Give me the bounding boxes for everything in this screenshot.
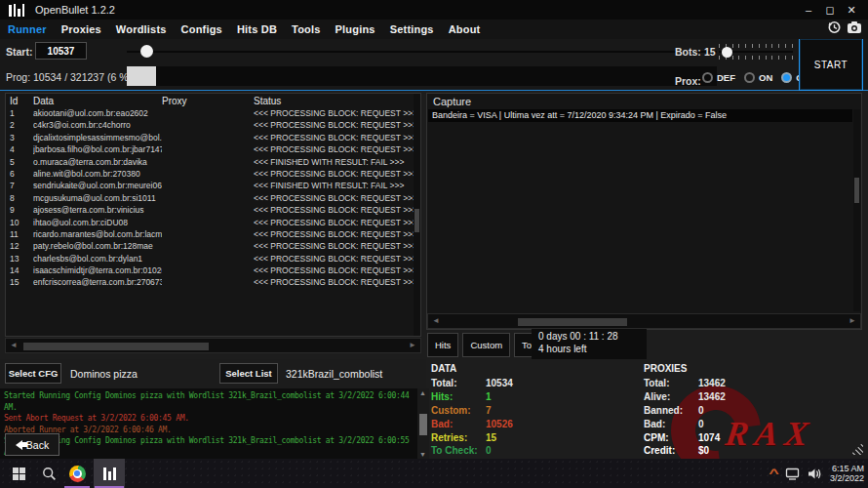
table-row[interactable]: 7sendriukaite@uol.com.br:meurei06<<< FIN… — [6, 180, 420, 191]
menu-item-plugins[interactable]: Plugins — [335, 23, 375, 35]
log-line: Started Running Config Dominos pizza wit… — [4, 390, 415, 413]
scrollbar-thumb[interactable] — [414, 209, 419, 232]
cell-id: 15 — [6, 276, 33, 288]
stat-label: CPM: — [644, 432, 692, 443]
bots-slider[interactable] — [719, 44, 793, 60]
capture-horizontal-scrollbar[interactable]: ◄ ► — [427, 313, 861, 329]
radio-circle — [702, 72, 713, 83]
table-row[interactable]: 3djcalixtosimplesassimmesmo@bol.c<<< PRO… — [6, 132, 420, 143]
scroll-up-icon[interactable]: ▲ — [419, 389, 426, 396]
scrollbar-thumb[interactable] — [419, 414, 427, 435]
table-row[interactable]: 13charlesbs@bol.com.br:dylan1<<< PROCESS… — [6, 253, 420, 264]
bots-slider-thumb[interactable] — [722, 47, 732, 58]
select-config-button[interactable]: Select CFG — [5, 363, 61, 384]
select-list-button[interactable]: Select List — [219, 363, 278, 384]
back-arrow-icon — [16, 440, 22, 450]
table-row[interactable]: 10ihtao@uol.com.br:ciDU08<<< PROCESSING … — [6, 217, 420, 228]
table-row[interactable]: 5o.muraca@terra.com.br:davika<<< FINISHE… — [6, 156, 420, 168]
table-row[interactable]: 8mcgusukuma@uol.com.br:si1011<<< PROCESS… — [6, 192, 420, 204]
stat-label: Bad: — [431, 419, 480, 429]
scroll-right-icon[interactable]: ► — [409, 341, 416, 349]
cell-data: aline.wit@bol.com.br:270380 — [33, 168, 162, 180]
cell-id: 13 — [6, 253, 33, 264]
scrollbar-thumb[interactable] — [518, 318, 627, 326]
menu-item-runner[interactable]: Runner — [8, 23, 47, 35]
system-tray: ^ 6:15 AM 3/2/2022 — [770, 459, 864, 488]
table-row[interactable]: 12paty.rebelo@bol.com.br:128mae<<< PROCE… — [6, 240, 420, 252]
menu-item-configs[interactable]: Configs — [181, 23, 222, 35]
speaker-icon[interactable] — [808, 468, 822, 480]
prox-radio-on[interactable]: ON — [744, 72, 772, 83]
menu-item-hits-db[interactable]: Hits DB — [237, 23, 277, 35]
start-button[interactable]: START — [799, 38, 863, 91]
start-input[interactable] — [35, 42, 87, 60]
table-row[interactable]: 14isaacschimidtjr@terra.com.br:01020<<< … — [6, 264, 420, 276]
back-button[interactable]: Back — [5, 433, 59, 456]
table-row[interactable]: 4jbarbosa.filho@bol.com.br:jbar7147<<< P… — [6, 143, 420, 155]
table-row[interactable]: 11ricardo.marantes@bol.com.br:lacme<<< P… — [6, 228, 420, 240]
log-vertical-scrollbar[interactable]: ▲ ▼ — [417, 388, 429, 459]
network-icon[interactable] — [785, 468, 800, 480]
column-proxy[interactable]: Proxy — [162, 96, 254, 106]
table-vertical-scrollbar[interactable] — [414, 94, 420, 336]
title-bar: OpenBullet 1.2.2 – ◻ ✕ — [0, 0, 868, 20]
proxies-stats: Total:13462Alive:13462Banned:0Bad:0CPM:1… — [644, 377, 853, 458]
taskbar-search-button[interactable] — [35, 459, 62, 488]
log-line: Started Running Config Dominos pizza wit… — [4, 435, 415, 458]
cell-proxy — [162, 192, 254, 204]
menu-item-tools[interactable]: Tools — [292, 23, 321, 35]
scroll-left-icon[interactable]: ◄ — [432, 316, 440, 325]
scroll-right-icon[interactable]: ► — [848, 316, 856, 325]
capture-vertical-scrollbar[interactable] — [853, 109, 860, 311]
start-position-slider[interactable] — [127, 51, 717, 53]
data-panel-title: DATA — [431, 363, 641, 374]
selector-row: Select CFG Dominos pizza Select List 321… — [0, 359, 426, 388]
menu-item-proxies[interactable]: Proxies — [61, 23, 101, 35]
column-id[interactable]: Id — [6, 96, 33, 106]
table-horizontal-scrollbar[interactable]: ◄ ► — [5, 338, 421, 353]
tab-hits[interactable]: Hits — [427, 333, 458, 357]
table-row[interactable]: 1akiootani@uol.com.br:eao2602<<< PROCESS… — [6, 107, 420, 119]
progress-label: Prog: 10534 / 321237 (6 %) — [6, 71, 132, 83]
chrome-icon — [69, 466, 86, 482]
openbullet-taskbar-button[interactable] — [94, 459, 125, 488]
table-row[interactable]: 6aline.wit@bol.com.br:270380<<< PROCESSI… — [6, 168, 420, 180]
prox-radio-def[interactable]: DEF — [702, 72, 735, 83]
scroll-down-icon[interactable]: ▼ — [419, 451, 426, 458]
cell-data: enfcriscorrea@terra.com.br:270673 — [33, 276, 162, 288]
start-menu-button[interactable] — [4, 459, 33, 488]
scrollbar-thumb[interactable] — [23, 343, 209, 350]
cell-data: jbarbosa.filho@bol.com.br:jbar7147 — [33, 143, 162, 155]
capture-row[interactable]: Bandeira = VISA | Ultima vez att = 7/12/… — [428, 109, 852, 122]
cell-status: <<< PROCESSING BLOCK: REQUEST >>> — [254, 119, 420, 131]
history-icon[interactable] — [827, 20, 842, 34]
table-row[interactable]: 2c4kr3@oi.com.br:c4chorro<<< PROCESSING … — [6, 119, 420, 131]
table-row[interactable]: 9ajosess@terra.com.br:vinicius<<< PROCES… — [6, 204, 420, 216]
scrollbar-thumb[interactable] — [854, 178, 859, 203]
cell-data: mcgusukuma@uol.com.br:si1011 — [33, 192, 162, 204]
menu-item-wordlists[interactable]: Wordlists — [116, 23, 167, 35]
capture-title: Capture — [433, 96, 471, 107]
cell-proxy — [162, 253, 254, 264]
slider-thumb[interactable] — [140, 45, 153, 58]
stat-row: CPM:1074 — [644, 430, 853, 444]
tab-custom[interactable]: Custom — [462, 333, 510, 357]
stat-row: Hits:1 — [431, 390, 641, 404]
close-icon[interactable]: ✕ — [841, 0, 862, 20]
camera-icon[interactable] — [847, 20, 862, 34]
table-row[interactable]: 15enfcriscorrea@terra.com.br:270673<<< P… — [6, 276, 420, 288]
prox-options: DEFONOFF — [702, 72, 814, 83]
column-status[interactable]: Status — [254, 96, 420, 106]
tray-clock[interactable]: 6:15 AM 3/2/2022 — [830, 464, 864, 484]
menu-item-settings[interactable]: Settings — [390, 23, 434, 35]
tray-chevron-icon[interactable]: ^ — [769, 467, 779, 480]
minimize-icon[interactable]: – — [798, 0, 819, 20]
cell-proxy — [162, 180, 254, 191]
maximize-icon[interactable]: ◻ — [819, 0, 841, 20]
chrome-taskbar-button[interactable] — [62, 459, 92, 488]
cell-data: ricardo.marantes@bol.com.br:lacme — [33, 228, 162, 240]
column-data[interactable]: Data — [33, 96, 162, 106]
cell-status: <<< PROCESSING BLOCK: REQUEST >>> — [254, 143, 420, 155]
scroll-left-icon[interactable]: ◄ — [10, 341, 18, 349]
menu-item-about[interactable]: About — [449, 23, 481, 35]
